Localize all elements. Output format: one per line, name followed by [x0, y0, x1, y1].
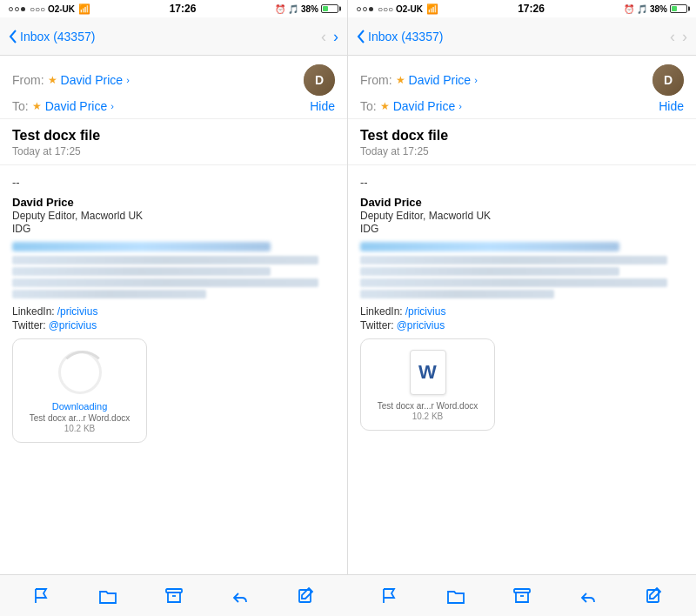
- left-from-label: From:: [12, 73, 44, 87]
- left-attachment-icon: [56, 348, 104, 396]
- left-attachment-name: Test docx ar...r Word.docx: [30, 413, 130, 423]
- left-battery-pct: 38%: [301, 4, 318, 14]
- right-phone: ○○○ O2-UK 📶 17:26 ⏰ 🎵 38% Inbox (43357) …: [348, 0, 696, 574]
- left-battery-icon: [321, 4, 338, 13]
- right-to-star: ★: [380, 100, 390, 112]
- left-sig-name: David Price: [12, 196, 335, 209]
- left-twitter-link[interactable]: @pricivius: [49, 319, 97, 331]
- right-prev-arrow[interactable]: ‹: [670, 29, 675, 44]
- left-back-button[interactable]: Inbox (43357): [9, 30, 95, 44]
- right-flag-button[interactable]: [372, 579, 407, 613]
- left-to-chevron: ›: [110, 101, 114, 111]
- left-hide-button[interactable]: Hide: [310, 99, 335, 113]
- left-twitter-row: Twitter: @pricivius: [12, 319, 335, 331]
- right-sig-name: David Price: [360, 196, 684, 209]
- left-email-body: -- David Price Deputy Editor, Macworld U…: [0, 165, 347, 574]
- right-from-row: From: ★ David Price › D: [360, 64, 684, 96]
- left-avatar: D: [304, 64, 335, 96]
- right-folder-button[interactable]: [438, 579, 473, 613]
- left-back-label: Inbox (43357): [20, 30, 95, 44]
- right-sig-title: Deputy Editor, Macworld UK: [360, 210, 684, 222]
- right-time: 17:26: [518, 3, 545, 15]
- left-status-left: ○○○ O2-UK 📶: [9, 3, 90, 15]
- left-from-row: From: ★ David Price › D: [12, 64, 335, 96]
- left-date: Today at 17:25: [12, 145, 335, 157]
- left-compose-button[interactable]: [289, 579, 324, 613]
- right-attachment-size: 10.2 KB: [412, 412, 444, 421]
- right-to-name[interactable]: David Price: [393, 99, 456, 113]
- right-email-body: -- David Price Deputy Editor, Macworld U…: [348, 165, 696, 574]
- svg-rect-0: [166, 589, 182, 593]
- left-to-left: To: ★ David Price ›: [12, 99, 114, 113]
- right-attachment-name: Test docx ar...r Word.docx: [378, 401, 478, 411]
- bottom-toolbar: [0, 574, 696, 616]
- left-attachment-size: 10.2 KB: [64, 424, 96, 433]
- right-signal-dots: [357, 7, 373, 11]
- right-attachment-icon: W: [404, 348, 452, 396]
- right-sig-org: IDG: [360, 223, 684, 235]
- right-reply-button[interactable]: [571, 579, 606, 613]
- right-email-header: From: ★ David Price › D To: ★ David Pric…: [348, 56, 696, 119]
- left-nav-arrows: ‹ ›: [321, 29, 338, 44]
- left-sig-title: Deputy Editor, Macworld UK: [12, 210, 335, 222]
- right-from-chevron: ›: [474, 75, 478, 85]
- left-wifi: 📶: [78, 3, 90, 15]
- right-twitter-link[interactable]: @pricivius: [397, 319, 445, 331]
- right-wifi: 📶: [426, 3, 438, 15]
- right-back-button[interactable]: Inbox (43357): [357, 30, 443, 44]
- right-subject-area: Test docx file Today at 17:25: [348, 119, 696, 165]
- right-compose-button[interactable]: [637, 579, 672, 613]
- left-prev-arrow[interactable]: ‹: [321, 29, 326, 44]
- left-email-header: From: ★ David Price › D To: ★ David Pric…: [0, 56, 347, 119]
- right-to-label: To:: [360, 99, 377, 113]
- right-bt: 🎵: [637, 4, 647, 14]
- left-to-label: To:: [12, 99, 29, 113]
- right-status-right: ⏰ 🎵 38%: [624, 4, 687, 14]
- right-from-star: ★: [396, 74, 405, 86]
- left-alarm: ⏰: [275, 4, 285, 14]
- right-archive-button[interactable]: [505, 579, 539, 613]
- left-linkedin-label: LinkedIn:: [12, 305, 55, 318]
- right-back-label: Inbox (43357): [368, 30, 443, 44]
- right-from-label: From:: [360, 73, 392, 87]
- right-to-row: To: ★ David Price › Hide: [360, 99, 684, 113]
- left-attachment[interactable]: Downloading Test docx ar...r Word.docx 1…: [12, 338, 147, 443]
- right-battery-pct: 38%: [650, 4, 667, 14]
- right-alarm: ⏰: [624, 4, 634, 14]
- left-to-name[interactable]: David Price: [45, 99, 108, 113]
- right-twitter-label: Twitter:: [360, 319, 394, 331]
- right-avatar: D: [652, 64, 684, 96]
- left-linkedin-row: LinkedIn: /pricivius: [12, 305, 335, 318]
- right-toolbar: [348, 575, 696, 616]
- left-linkedin-link[interactable]: /pricivius: [57, 305, 98, 318]
- right-attachment[interactable]: W Test docx ar...r Word.docx 10.2 KB: [360, 338, 495, 431]
- right-next-arrow[interactable]: ›: [682, 29, 687, 44]
- left-to-star: ★: [32, 100, 42, 112]
- right-linkedin-label: LinkedIn:: [360, 305, 403, 318]
- left-nav-bar: Inbox (43357) ‹ ›: [0, 17, 347, 56]
- right-date: Today at 17:25: [360, 145, 684, 157]
- left-twitter-label: Twitter:: [12, 319, 46, 331]
- right-linkedin-link[interactable]: /pricivius: [405, 305, 446, 318]
- svg-rect-2: [514, 589, 530, 593]
- right-from-left: From: ★ David Price ›: [360, 73, 478, 87]
- left-from-left: From: ★ David Price ›: [12, 73, 130, 87]
- right-carrier: ○○○ O2-UK: [378, 4, 423, 14]
- right-linkedin-row: LinkedIn: /pricivius: [360, 305, 684, 318]
- left-phone: ○○○ O2-UK 📶 17:26 ⏰ 🎵 38% Inbox (43357) …: [0, 0, 348, 574]
- left-from-chevron: ›: [126, 75, 130, 85]
- left-reply-button[interactable]: [223, 579, 258, 613]
- left-status-right: ⏰ 🎵 38%: [275, 4, 338, 14]
- right-to-chevron: ›: [458, 101, 462, 111]
- right-twitter-row: Twitter: @pricivius: [360, 319, 684, 331]
- left-from-name[interactable]: David Price: [61, 73, 124, 87]
- left-separator: --: [12, 176, 335, 189]
- left-next-arrow[interactable]: ›: [333, 29, 338, 44]
- left-toolbar: [0, 575, 348, 616]
- right-hide-button[interactable]: Hide: [659, 99, 684, 113]
- right-from-name[interactable]: David Price: [409, 73, 472, 87]
- left-archive-button[interactable]: [157, 579, 191, 613]
- left-folder-button[interactable]: [90, 579, 125, 613]
- right-nav-arrows: ‹ ›: [670, 29, 687, 44]
- left-flag-button[interactable]: [24, 579, 59, 613]
